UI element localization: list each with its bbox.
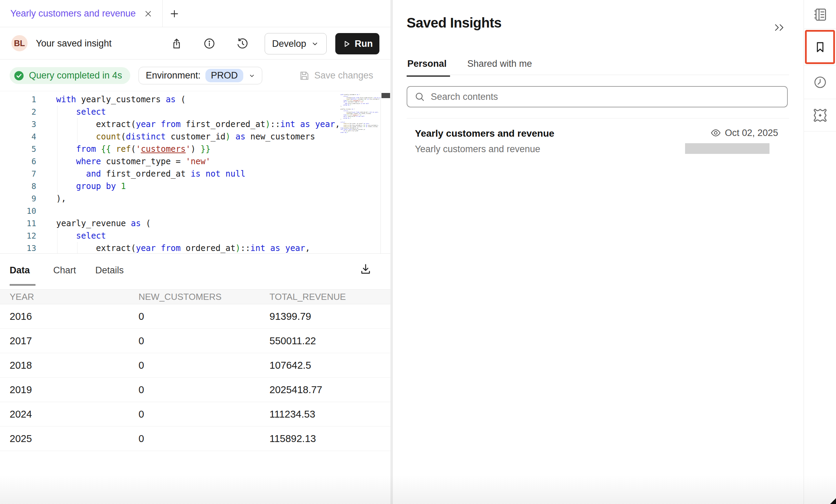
insight-item-subtitle: Yearly customers and revenue xyxy=(415,144,540,155)
table-cell: 0 xyxy=(129,384,260,396)
code-line: and first_ordered_at is not null xyxy=(56,168,340,180)
run-button[interactable]: Run xyxy=(335,33,379,54)
line-number: 4 xyxy=(0,130,36,143)
line-number: 7 xyxy=(0,168,36,180)
table-cell: 0 xyxy=(129,433,260,444)
download-icon xyxy=(359,263,372,276)
table-cell: 107642.5 xyxy=(260,360,390,371)
table-cell: 2016 xyxy=(0,311,129,322)
sidebar-item-dbt[interactable] xyxy=(804,99,836,132)
query-status-text: Query completed in 4s xyxy=(29,70,122,81)
table-header-row: YEAR NEW_CUSTOMERS TOTAL_REVENUE xyxy=(0,289,390,304)
tabs-divider xyxy=(407,75,789,75)
chevron-down-icon xyxy=(248,72,256,80)
insight-item-title: Yearly customers and revenue xyxy=(415,128,554,139)
column-header-year: YEAR xyxy=(0,292,129,302)
code-line: select xyxy=(56,230,340,242)
save-changes-button[interactable]: Save changes xyxy=(298,67,373,84)
editor-scrollbar[interactable] xyxy=(380,91,390,254)
insight-list-item[interactable]: Yearly customers and revenue Oct 02, 202… xyxy=(393,123,804,165)
editor-tabbar: Yearly customers and revenue xyxy=(0,0,390,27)
query-status-badge: Query completed in 4s xyxy=(10,67,130,84)
sidebar-item-notebook[interactable] xyxy=(804,0,836,29)
notebook-icon xyxy=(813,7,828,22)
table-cell: 2018 xyxy=(0,360,129,371)
tab-details[interactable]: Details xyxy=(95,265,125,286)
code-line: extract(year from first_ordered_at)::int… xyxy=(56,118,340,130)
table-cell: 550011.22 xyxy=(260,335,390,347)
column-header-total-revenue: TOTAL_REVENUE xyxy=(260,292,390,302)
scrollbar-thumb[interactable] xyxy=(381,93,390,98)
tab-shared-with-me[interactable]: Shared with me xyxy=(467,59,536,77)
history-button[interactable] xyxy=(236,37,249,50)
search-box xyxy=(407,86,788,107)
save-changes-label: Save changes xyxy=(314,70,373,81)
code-content: with yearly_customers as ( select extrac… xyxy=(56,93,340,254)
sidebar-item-history[interactable] xyxy=(804,65,836,99)
line-number: 6 xyxy=(0,155,36,168)
table-cell: 2025418.77 xyxy=(260,384,390,396)
minimap-content: with yearly_customers as ( select extrac… xyxy=(340,94,380,133)
share-button[interactable] xyxy=(170,37,183,50)
code-line: with yearly_customers as ( xyxy=(56,93,340,106)
line-number: 2 xyxy=(0,106,36,118)
sidebar-item-saved-insights[interactable] xyxy=(804,29,836,65)
table-row: 20240111234.53 xyxy=(0,402,390,427)
environment-dropdown[interactable]: Environment: PROD xyxy=(139,67,262,84)
check-circle-icon xyxy=(13,70,25,82)
insight-toolbar: BL Your saved insight xyxy=(0,27,390,60)
table-row: 20170550011.22 xyxy=(0,329,390,353)
new-tab-button[interactable] xyxy=(167,8,181,20)
line-number: 11 xyxy=(0,217,36,230)
info-button[interactable] xyxy=(203,37,216,50)
saved-insights-panel: Saved Insights Personal Shared with me Y… xyxy=(393,0,804,504)
line-number: 8 xyxy=(0,180,36,192)
develop-dropdown[interactable]: Develop xyxy=(265,33,327,54)
tab-data[interactable]: Data xyxy=(10,265,35,286)
cursor-artifact xyxy=(830,498,836,504)
code-line: order by 1 xyxy=(340,132,380,133)
code-line: group by 1 xyxy=(56,180,340,192)
table-row: 2016091399.79 xyxy=(0,304,390,329)
panel-divider xyxy=(390,0,393,504)
eye-icon xyxy=(710,127,721,138)
editor-minimap[interactable]: with yearly_customers as ( select extrac… xyxy=(340,91,380,254)
chevrons-right-icon xyxy=(773,21,786,34)
search-icon xyxy=(414,91,425,102)
table-cell: 0 xyxy=(129,335,260,347)
table-cell: 2025 xyxy=(0,433,129,444)
avatar: BL xyxy=(11,35,28,51)
code-line: count(distinct customer_id) as new_custo… xyxy=(56,130,340,143)
code-line: select xyxy=(56,106,340,118)
column-header-new-customers: NEW_CUSTOMERS xyxy=(129,292,260,302)
table-cell: 111234.53 xyxy=(260,409,390,420)
query-statusbar: Query completed in 4s Environment: PROD … xyxy=(0,60,390,91)
line-number: 3 xyxy=(0,118,36,130)
environment-label: Environment: xyxy=(146,70,201,81)
line-number: 5 xyxy=(0,143,36,155)
close-tab-icon[interactable] xyxy=(143,9,153,19)
table-cell: 115892.13 xyxy=(260,433,390,444)
tab-yearly-customers-and-revenue[interactable]: Yearly customers and revenue xyxy=(0,0,163,27)
query-workspace-panel: Yearly customers and revenue BL Your sav… xyxy=(0,0,390,504)
tab-personal[interactable]: Personal xyxy=(407,59,450,77)
table-cell: 91399.79 xyxy=(260,311,390,322)
dbt-logo-icon xyxy=(812,107,828,123)
table-cell: 0 xyxy=(129,311,260,322)
insights-tabs: Personal Shared with me xyxy=(407,59,536,77)
loading-skeleton xyxy=(685,143,769,154)
code-line xyxy=(56,205,340,217)
search-input[interactable] xyxy=(431,92,741,102)
results-table: YEAR NEW_CUSTOMERS TOTAL_REVENUE 2016091… xyxy=(0,289,390,451)
clock-icon xyxy=(813,75,827,90)
tab-chart[interactable]: Chart xyxy=(53,265,78,286)
code-line: where customer_type = 'new' xyxy=(56,155,340,168)
line-number: 13 xyxy=(0,242,36,254)
collapse-panel-button[interactable] xyxy=(772,20,787,35)
line-number: 9 xyxy=(0,192,36,205)
results-tabbar: Data Chart Details xyxy=(0,254,390,289)
sql-code-editor[interactable]: 12345678910111213 with yearly_customers … xyxy=(0,91,390,254)
insight-item-meta: Oct 02, 2025 xyxy=(710,127,778,138)
download-results-button[interactable] xyxy=(359,263,372,276)
code-line: ), xyxy=(56,192,340,205)
